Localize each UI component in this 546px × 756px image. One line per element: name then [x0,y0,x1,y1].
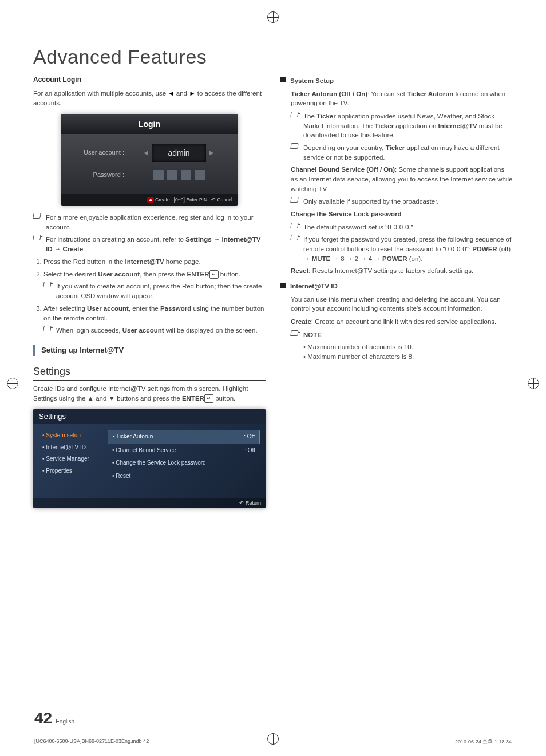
reset-desc: Reset: Resets Internet@TV settings to fa… [291,266,513,276]
note-icon [290,112,298,117]
settings-item-ticker-autorun[interactable]: • Ticker Autorun: Off [108,430,260,444]
step-1: Press the Red button in the Internet@TV … [43,257,266,267]
sidebar-item-service-manager[interactable]: • Service Manager [39,453,102,465]
change-password-note-2: If you forget the password you created, … [291,235,513,263]
enter-icon: ↵ [209,270,219,279]
print-metadata: [UC6400-6500-USA]BN68-02711E-03Eng.indb … [34,738,512,746]
crop-mark [520,6,520,23]
note-create-instructions: For instructions on creating an account,… [33,235,266,254]
right-arrow-icon: ► [189,90,195,97]
sidebar-item-properties[interactable]: • Properties [39,465,102,477]
internet-tv-id-heading: Internet@TV ID [280,282,513,291]
step-2: Select the desired User account, then pr… [43,270,266,300]
settings-panel: Settings • System setup • Internet@TV ID… [33,409,266,509]
account-login-intro: For an application with multiple account… [33,89,266,108]
password-field[interactable] [129,170,229,180]
note-icon [290,235,298,240]
settings-item-reset[interactable]: • Reset [108,470,260,483]
return-icon: ↶ [239,500,244,506]
settings-heading: Settings [33,364,266,381]
settings-sidebar: • System setup • Internet@TV ID • Servic… [39,430,102,493]
note-icon [43,326,51,331]
change-password-note-1: The default password set is "0-0-0-0." [291,223,513,232]
note-icon [290,330,298,336]
note-register: For a more enjoyable application experie… [33,213,266,232]
left-arrow-icon: ◄ [168,90,174,97]
registration-mark-icon [7,378,18,389]
sidebar-item-internet-tv-id[interactable]: • Internet@TV ID [39,442,102,454]
user-account-value[interactable]: admin [152,144,205,162]
channel-bound-note: Only available if supported by the broad… [291,197,513,207]
settings-item-channel-bound[interactable]: • Channel Bound Service: Off [108,444,260,457]
system-setup-heading: System Setup [280,76,513,86]
page-language: English [56,718,74,725]
account-login-heading: Account Login [33,75,266,86]
channel-bound-desc: Channel Bound Service (Off / On): Some c… [291,165,513,193]
login-dialog-title: Login [61,114,238,134]
settings-desc: Create IDs and configure Internet@TV set… [33,384,266,403]
chevron-left-icon[interactable]: ◀ [144,149,148,157]
square-bullet-icon [280,77,286,82]
note-bullet-1: Maximum number of accounts is 10. [303,342,513,352]
settings-item-change-password[interactable]: • Change the Service Lock password [108,457,260,470]
settings-main: • Ticker Autorun: Off • Channel Bound Se… [108,430,260,493]
note-icon [290,197,298,203]
note-icon [290,223,298,228]
enter-icon: ↵ [204,394,213,403]
ticker-note-1: The Ticker application provides useful N… [291,112,513,140]
note-icon [33,235,41,240]
note-icon [290,143,298,149]
note-bullet-2: Maximum number of characters is 8. [303,352,513,362]
login-dialog: Login User account : ◀ admin ▶ Password … [61,114,238,206]
sidebar-item-system-setup[interactable]: • System setup [39,430,102,442]
square-bullet-icon [280,283,286,288]
step-3: After selecting User account, enter the … [43,304,266,335]
setting-up-heading: Setting up Internet@TV [33,345,266,356]
print-timestamp: 2010-06-24 오후 1:18:34 [455,738,512,746]
note-icon [33,213,41,219]
note-icon [43,282,51,287]
registration-mark-icon [267,11,279,23]
create-desc: Create: Create an account and link it wi… [291,317,513,327]
note-bullets: Maximum number of accounts is 10. Maximu… [303,342,513,361]
password-label: Password : [70,171,124,180]
chevron-right-icon[interactable]: ▶ [209,149,214,157]
internet-tv-id-desc: You can use this menu when creating and … [291,295,513,314]
page-number: 42 [34,709,52,727]
return-icon: ↶ [211,197,216,203]
change-password-heading: Change the Service Lock password [291,209,513,219]
login-steps: Press the Red button in the Internet@TV … [43,257,266,335]
page-footer: 42 English [34,709,74,727]
crop-mark [26,6,26,23]
print-file-name: [UC6400-6500-USA]BN68-02711E-03Eng.indb … [34,738,149,746]
ticker-note-2: Depending on your country, Ticker applic… [291,143,513,162]
note-heading: NOTE [291,330,513,340]
registration-mark-icon [528,378,539,389]
settings-panel-title: Settings [33,409,266,425]
user-account-label: User account : [70,148,124,157]
settings-footer: ↶ Return [33,498,266,508]
page-title: Advanced Features [33,46,513,68]
login-legend: ACreate [0~9] Enter PIN ↶ Cancel [61,194,238,206]
a-button-badge: A [147,197,154,203]
ticker-autorun-desc: Ticker Autorun (Off / On): You can set T… [291,89,513,108]
